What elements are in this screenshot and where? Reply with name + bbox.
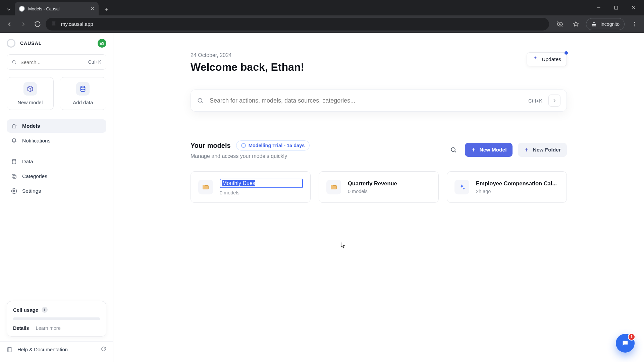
site-settings-icon[interactable]: [50, 20, 57, 27]
browser-menu-button[interactable]: [629, 18, 641, 30]
nav-settings[interactable]: Settings: [7, 184, 106, 198]
trial-chip[interactable]: Modelling Trial - 15 days: [236, 140, 310, 150]
nav-notifications[interactable]: Notifications: [7, 134, 106, 147]
svg-point-12: [198, 98, 202, 102]
browser-tab-active[interactable]: Models - Causal ✕: [15, 2, 99, 15]
nav-back-button[interactable]: [3, 18, 15, 30]
card-subtitle: 2h ago: [476, 189, 559, 194]
feedback-chat-icon[interactable]: [100, 346, 106, 353]
model-card-model[interactable]: Employee Compensation Cal... 2h ago: [447, 171, 567, 203]
new-model-quick-button[interactable]: New model: [7, 77, 54, 110]
card-title: Quarterly Revenue: [348, 180, 431, 187]
tab-search-dropdown[interactable]: [3, 3, 15, 15]
trial-chip-label: Modelling Trial - 15 days: [249, 143, 305, 148]
global-search-go-button[interactable]: [548, 95, 560, 107]
home-icon: [11, 123, 17, 129]
global-search-input[interactable]: [210, 97, 522, 104]
plus-icon: [471, 147, 476, 153]
cube-icon: [23, 82, 37, 96]
cell-usage-title: Cell usage: [13, 307, 38, 313]
svg-point-2: [594, 24, 596, 26]
help-docs-label: Help & Documentation: [17, 347, 68, 352]
bell-icon: [11, 138, 17, 144]
updates-label: Updates: [542, 56, 561, 62]
new-model-button[interactable]: New Model: [465, 143, 513, 157]
sidebar-search-input[interactable]: [20, 59, 84, 65]
cell-usage-details-link[interactable]: Details: [13, 325, 29, 331]
model-card-folder-editing[interactable]: 0 models: [191, 171, 311, 203]
window-minimize-button[interactable]: [593, 2, 604, 13]
svg-rect-10: [12, 174, 15, 177]
sidebar-search[interactable]: Ctrl+K: [7, 54, 106, 70]
incognito-label: Incognito: [600, 21, 620, 27]
brand-logo-icon: [7, 39, 15, 48]
tab-title: Models - Causal: [28, 6, 60, 11]
plus-icon: [524, 147, 529, 153]
sparkle-icon: [532, 56, 538, 63]
info-icon[interactable]: i: [42, 307, 48, 313]
welcome-heading: Welcome back, Ethan!: [191, 61, 567, 73]
nav-settings-label: Settings: [22, 188, 41, 194]
search-icon: [12, 59, 16, 65]
new-folder-label: New Folder: [533, 147, 561, 153]
brand-name: CAUSAL: [20, 41, 42, 46]
nav-notifications-label: Notifications: [22, 138, 50, 144]
cell-usage-card: Cell usage i Details Learn more: [7, 301, 106, 337]
tab-close-icon[interactable]: ✕: [90, 6, 95, 12]
support-chat-button[interactable]: 1: [616, 334, 635, 353]
help-docs-link[interactable]: Help & Documentation: [0, 341, 113, 357]
model-sparkle-icon: [454, 180, 469, 194]
sidebar-nav: Models Notifications Data Categories: [7, 119, 106, 198]
nav-categories-label: Categories: [22, 173, 47, 179]
trial-ring-icon: [241, 143, 246, 148]
folder-icon: [326, 180, 341, 194]
svg-rect-0: [614, 6, 618, 9]
your-models-subtitle: Manage and access your models quickly: [191, 153, 310, 159]
your-models-title: Your models: [191, 142, 231, 149]
nav-reload-button[interactable]: [32, 18, 44, 30]
new-tab-button[interactable]: ＋: [101, 3, 112, 15]
svg-point-11: [13, 190, 15, 192]
updates-indicator-dot: [564, 51, 569, 55]
bookmark-star-icon[interactable]: [570, 18, 582, 30]
address-bar[interactable]: my.causal.app: [46, 18, 549, 31]
cell-usage-learn-more-link[interactable]: Learn more: [36, 325, 61, 331]
incognito-chip[interactable]: Incognito: [586, 18, 625, 30]
nav-models[interactable]: Models: [7, 119, 106, 133]
user-avatar-badge[interactable]: ES: [98, 39, 106, 48]
svg-rect-9: [13, 175, 16, 178]
new-folder-button[interactable]: New Folder: [518, 143, 567, 157]
card-title: Employee Compensation Cal...: [476, 180, 559, 187]
svg-point-7: [81, 86, 85, 88]
models-search-button[interactable]: [447, 144, 460, 156]
nav-data[interactable]: Data: [7, 155, 106, 168]
brand: CAUSAL ES: [7, 39, 106, 48]
support-chat-badge: 1: [628, 333, 635, 341]
global-search[interactable]: Ctrl+K: [191, 89, 567, 112]
window-close-button[interactable]: [628, 2, 639, 13]
browser-toolbar: my.causal.app Incognito: [0, 15, 644, 33]
svg-point-3: [634, 22, 635, 23]
nav-categories[interactable]: Categories: [7, 170, 106, 183]
folder-rename-input[interactable]: [220, 179, 303, 188]
card-subtitle: 0 models: [220, 190, 303, 195]
cell-usage-bar: [13, 317, 100, 320]
svg-point-6: [12, 60, 15, 63]
sidebar: CAUSAL ES Ctrl+K New model Add data: [0, 33, 113, 362]
header-date: 24 October, 2024: [191, 52, 567, 58]
eye-off-icon[interactable]: [554, 18, 566, 30]
search-icon: [197, 97, 204, 104]
copy-icon: [11, 173, 17, 179]
database-small-icon: [11, 159, 17, 165]
updates-button[interactable]: Updates: [527, 52, 567, 66]
address-bar-url: my.causal.app: [61, 21, 93, 27]
new-model-label: New Model: [480, 147, 507, 153]
main-content: 24 October, 2024 Welcome back, Ethan! Up…: [113, 33, 644, 362]
model-card-folder[interactable]: Quarterly Revenue 0 models: [319, 171, 439, 203]
window-maximize-button[interactable]: [610, 2, 622, 13]
add-data-quick-button[interactable]: Add data: [60, 77, 107, 110]
nav-forward-button[interactable]: [17, 18, 30, 30]
svg-point-13: [451, 147, 455, 152]
new-model-quick-label: New model: [17, 100, 43, 105]
card-subtitle: 0 models: [348, 189, 431, 194]
